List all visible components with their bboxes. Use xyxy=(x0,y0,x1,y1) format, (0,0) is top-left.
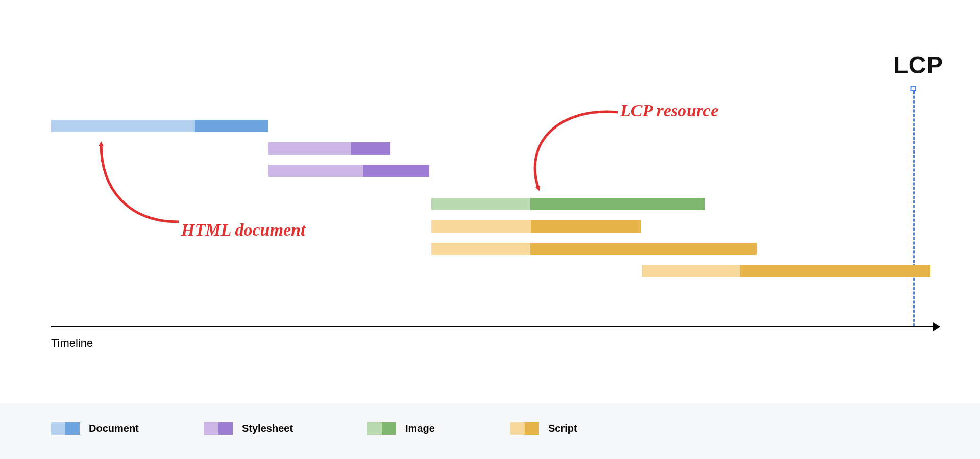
bar-image xyxy=(431,198,706,210)
bar-script xyxy=(431,243,757,255)
bar-script xyxy=(431,220,641,233)
legend-item-document: Document xyxy=(51,422,139,435)
timeline-axis-arrow-icon xyxy=(933,322,940,332)
annotation-text-html-document: HTML document xyxy=(181,220,305,240)
bar-stylesheet xyxy=(268,165,429,177)
swatch-stylesheet xyxy=(204,422,233,435)
lcp-marker-knob xyxy=(911,86,916,91)
swatch-image xyxy=(368,422,396,435)
legend-label: Image xyxy=(405,423,435,435)
legend: Document Stylesheet Image Script xyxy=(0,403,980,459)
bar-document xyxy=(51,120,268,132)
bar-stylesheet xyxy=(268,142,390,155)
annotation-arrow-html-document xyxy=(92,138,204,230)
legend-label: Document xyxy=(89,423,139,435)
annotation-text-lcp-resource: LCP resource xyxy=(620,101,718,120)
diagram-stage: LCP xyxy=(0,0,980,459)
lcp-marker-label: LCP xyxy=(893,51,943,79)
legend-item-stylesheet: Stylesheet xyxy=(204,422,293,435)
legend-label: Script xyxy=(548,423,577,435)
annotation-arrow-lcp-resource xyxy=(510,102,628,194)
swatch-script xyxy=(510,422,539,435)
legend-label: Stylesheet xyxy=(242,423,293,435)
legend-item-script: Script xyxy=(510,422,577,435)
swatch-document xyxy=(51,422,80,435)
timeline-axis-label: Timeline xyxy=(51,337,93,350)
bar-script xyxy=(642,265,930,277)
legend-item-image: Image xyxy=(368,422,435,435)
timeline-axis xyxy=(51,326,939,327)
